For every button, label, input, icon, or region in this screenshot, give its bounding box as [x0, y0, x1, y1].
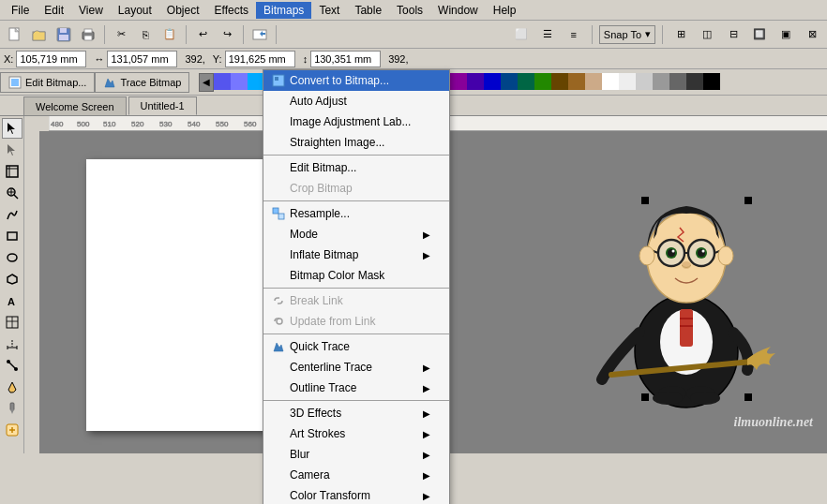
- color-swatch-blue1[interactable]: [214, 73, 231, 90]
- svg-text:480: 480: [51, 120, 64, 128]
- color-swatch-gray2[interactable]: [653, 73, 669, 90]
- tool-connector[interactable]: [2, 355, 23, 376]
- trace-bitmap-button[interactable]: Trace Bitmap: [95, 72, 189, 93]
- centerline-trace-icon: [271, 360, 286, 375]
- menu-straighten-image[interactable]: Straighten Image...: [263, 132, 449, 153]
- menu-text[interactable]: Text: [311, 2, 347, 19]
- menu-edit[interactable]: Edit: [37, 2, 71, 19]
- color-swatch-black[interactable]: [703, 73, 720, 90]
- menu-mode[interactable]: Mode ▶: [263, 224, 449, 245]
- print-button[interactable]: [77, 23, 99, 46]
- color-swatch-brown1[interactable]: [551, 73, 568, 90]
- edit-bitmap-button[interactable]: Edit Bitmap...: [0, 72, 95, 93]
- color-swatch-darkgray[interactable]: [686, 73, 703, 90]
- tool-interactive[interactable]: [2, 420, 23, 440]
- tab-welcome[interactable]: Welcome Screen: [23, 96, 127, 115]
- menu-layout[interactable]: Layout: [111, 2, 159, 19]
- save-button[interactable]: [53, 23, 75, 46]
- align-left-icon[interactable]: ⬜: [510, 23, 533, 46]
- tool-polygon[interactable]: [2, 269, 23, 289]
- menu-view[interactable]: View: [71, 2, 111, 19]
- color-swatch-white[interactable]: [602, 73, 619, 90]
- y-input[interactable]: [225, 51, 295, 67]
- undo-button[interactable]: ↩: [191, 23, 214, 46]
- menu-color-transform[interactable]: Color Transform ▶: [263, 485, 449, 504]
- width-input[interactable]: [107, 51, 177, 67]
- menu-tools[interactable]: Tools: [389, 2, 430, 19]
- menu-object[interactable]: Object: [159, 2, 207, 19]
- svg-rect-92: [744, 393, 752, 401]
- menu-blur[interactable]: Blur ▶: [263, 444, 449, 465]
- align-center-icon[interactable]: ☰: [536, 23, 559, 46]
- menu-camera[interactable]: Camera ▶: [263, 465, 449, 485]
- align-right-icon[interactable]: ≡: [563, 23, 585, 46]
- menu-edit-bitmap[interactable]: Edit Bitmap...: [263, 157, 449, 178]
- tool-shape[interactable]: [2, 140, 23, 160]
- color-swatch-lightgray[interactable]: [619, 73, 636, 90]
- menu-bitmap-color-mask[interactable]: Bitmap Color Mask: [263, 265, 449, 286]
- view-icon5[interactable]: ▣: [774, 23, 797, 46]
- menu-centerline-trace[interactable]: Centerline Trace ▶: [263, 357, 449, 378]
- menu-effects[interactable]: Effects: [207, 2, 256, 19]
- color-swatch-navy1[interactable]: [484, 73, 501, 90]
- inflate-arrow-icon: ▶: [423, 250, 430, 260]
- color-swatch-brown2[interactable]: [568, 73, 585, 90]
- menu-help[interactable]: Help: [486, 2, 524, 19]
- height-input[interactable]: [310, 51, 381, 67]
- tool-rectangle[interactable]: [2, 226, 23, 246]
- menu-quick-trace[interactable]: Quick Trace: [263, 336, 449, 357]
- color-swatch-tan1[interactable]: [585, 73, 602, 90]
- color-swatch-gray3[interactable]: [669, 73, 686, 90]
- color-swatch-blue2[interactable]: [231, 73, 248, 90]
- view-icon4[interactable]: 🔲: [748, 23, 771, 46]
- view-icon6[interactable]: ⊠: [801, 23, 823, 46]
- snap-to-dropdown[interactable]: Snap To ▾: [599, 25, 655, 44]
- 3d-arrow-icon: ▶: [423, 408, 430, 419]
- svg-point-82: [639, 246, 654, 265]
- x-input[interactable]: [16, 51, 86, 67]
- tool-text[interactable]: A: [2, 290, 23, 311]
- menu-resample[interactable]: Resample...: [263, 203, 449, 224]
- menu-outline-trace[interactable]: Outline Trace ▶: [263, 378, 449, 398]
- view-icon2[interactable]: ◫: [696, 23, 718, 46]
- tool-fill[interactable]: [2, 377, 23, 397]
- menu-image-adjustment-lab[interactable]: Image Adjustment Lab...: [263, 111, 449, 132]
- tool-ellipse[interactable]: [2, 247, 23, 268]
- palette-arrow-left[interactable]: ◀: [199, 73, 214, 92]
- tool-dimension[interactable]: [2, 334, 23, 354]
- menu-inflate-bitmap[interactable]: Inflate Bitmap ▶: [263, 245, 449, 265]
- color-swatch-purple2[interactable]: [467, 73, 484, 90]
- color-swatch-purple1[interactable]: [450, 73, 467, 90]
- menu-convert-to-bitmap[interactable]: Convert to Bitmap...: [263, 70, 449, 91]
- menu-file[interactable]: File: [4, 2, 37, 19]
- copy-button[interactable]: ⎘: [134, 23, 157, 46]
- menu-table[interactable]: Table: [347, 2, 389, 19]
- svg-point-34: [7, 360, 10, 363]
- view-icon3[interactable]: ⊟: [722, 23, 744, 46]
- tool-table[interactable]: [2, 312, 23, 333]
- tool-eyedropper[interactable]: [2, 398, 23, 419]
- menu-auto-adjust[interactable]: Auto Adjust: [263, 91, 449, 111]
- color-swatch-gray1[interactable]: [636, 73, 653, 90]
- menu-bitmaps[interactable]: Bitmaps: [256, 2, 311, 19]
- tool-crop[interactable]: [2, 161, 23, 182]
- tab-untitled[interactable]: Untitled-1: [128, 96, 197, 115]
- menu-3d-effects[interactable]: 3D Effects ▶: [263, 403, 449, 423]
- color-swatch-darkgreen2[interactable]: [534, 73, 551, 90]
- import-button[interactable]: [248, 23, 271, 46]
- new-button[interactable]: [4, 23, 26, 46]
- menu-window[interactable]: Window: [430, 2, 486, 19]
- color-swatch-darkgreen1[interactable]: [518, 73, 534, 90]
- tool-zoom[interactable]: [2, 183, 23, 203]
- view-icon1[interactable]: ⊞: [669, 23, 692, 46]
- open-button[interactable]: [28, 23, 51, 46]
- harry-potter-illustration: [574, 145, 799, 417]
- cut-button[interactable]: ✂: [110, 23, 132, 46]
- tool-freehand[interactable]: [2, 204, 23, 225]
- tool-select[interactable]: [2, 118, 23, 139]
- redo-button[interactable]: ↪: [216, 23, 238, 46]
- color-swatch-navy2[interactable]: [501, 73, 518, 90]
- paste-button[interactable]: 📋: [158, 23, 181, 46]
- menu-art-strokes[interactable]: Art Strokes ▶: [263, 423, 449, 444]
- sep-4: [263, 334, 449, 334]
